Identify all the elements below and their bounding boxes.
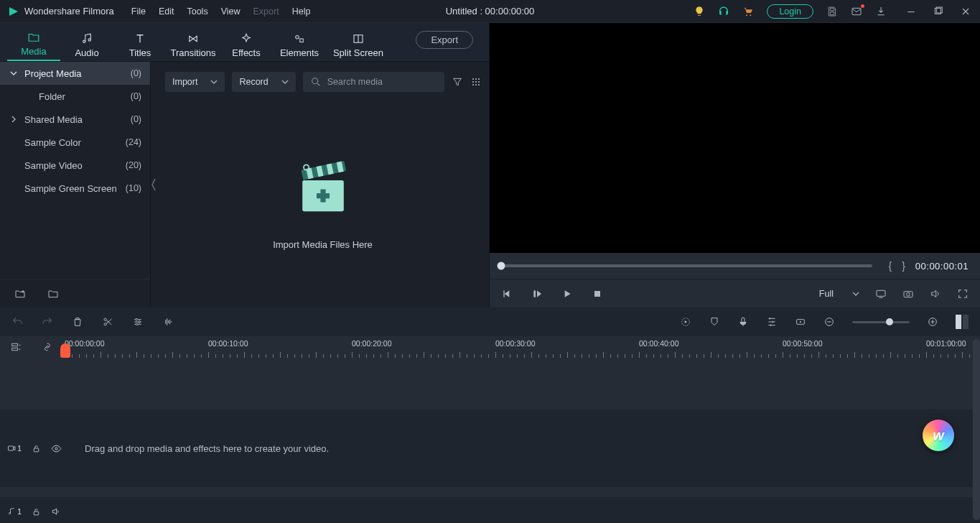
minimize-icon[interactable]	[905, 6, 917, 17]
mixer-icon[interactable]	[766, 316, 778, 328]
grid-view-icon[interactable]	[470, 76, 482, 88]
fullscreen-icon[interactable]	[957, 288, 969, 300]
render-icon[interactable]	[680, 316, 691, 328]
tab-elements[interactable]: Elements	[273, 29, 326, 61]
zoom-slider[interactable]	[852, 321, 910, 323]
eye-icon[interactable]	[51, 443, 62, 454]
audio-wave-icon[interactable]	[162, 316, 174, 328]
link-icon[interactable]	[32, 336, 63, 358]
timeline-toolbar	[0, 307, 980, 336]
maximize-icon[interactable]	[933, 6, 944, 17]
svg-point-13	[312, 78, 317, 84]
preview-timecode: 00:00:00:01	[915, 261, 969, 272]
shapes-icon	[293, 32, 306, 45]
stop-icon[interactable]	[592, 288, 603, 300]
menu-file[interactable]: File	[131, 6, 146, 17]
login-button[interactable]: Login	[767, 4, 813, 19]
snapshot-icon[interactable]	[902, 288, 914, 300]
scrubber-knob[interactable]	[498, 262, 505, 270]
save-icon[interactable]	[826, 6, 838, 17]
tab-transitions[interactable]: Transitions	[167, 29, 220, 61]
filter-icon[interactable]	[452, 76, 463, 88]
delete-icon[interactable]	[72, 316, 83, 328]
display-icon[interactable]	[875, 288, 887, 300]
preview-scrubber[interactable]	[501, 264, 872, 267]
sidebar-folder[interactable]: Folder(0)	[0, 85, 150, 108]
zoom-fit-icon[interactable]	[956, 315, 969, 329]
tab-effects[interactable]: Effects	[220, 29, 273, 61]
playhead[interactable]	[65, 353, 66, 358]
undo-icon[interactable]	[11, 316, 23, 328]
titlebar: Wondershare Filmora File Edit Tools View…	[0, 0, 980, 23]
wondershare-badge[interactable]: w	[923, 420, 954, 451]
sidebar-sample-video[interactable]: Sample Video(20)	[0, 154, 150, 177]
voiceover-icon[interactable]	[737, 316, 749, 328]
record-dropdown[interactable]: Record	[232, 72, 295, 92]
tab-split-screen[interactable]: Split Screen	[326, 29, 391, 61]
timeline-scrollbar[interactable]	[973, 339, 980, 520]
audio-track-row[interactable]: 1	[0, 497, 980, 523]
message-icon[interactable]	[851, 6, 862, 17]
search-input[interactable]: Search media	[303, 72, 444, 92]
search-placeholder: Search media	[327, 77, 383, 87]
keyframe-icon[interactable]	[795, 316, 806, 328]
adjust-icon[interactable]	[132, 316, 144, 328]
zoom-in-icon[interactable]	[927, 316, 938, 328]
open-folder-icon[interactable]	[47, 288, 59, 300]
sidebar-project-media[interactable]: Project Media(0)	[0, 62, 150, 85]
menu-view[interactable]: View	[221, 6, 241, 17]
zoom-knob[interactable]	[886, 318, 893, 325]
menu-edit[interactable]: Edit	[159, 6, 174, 17]
folder-icon	[27, 31, 40, 44]
playhead-cap[interactable]	[60, 343, 70, 358]
timeline-ruler[interactable]: 00:00:00:0000:00:10:0000:00:20:0000:00:3…	[63, 336, 980, 358]
manage-tracks-icon[interactable]	[0, 336, 32, 358]
close-icon[interactable]	[960, 6, 971, 17]
mark-in-icon[interactable]: {	[888, 260, 892, 272]
redo-icon[interactable]	[42, 316, 53, 328]
timeline-drop-hint: Drag and drop media and effects here to …	[63, 409, 980, 487]
tab-audio[interactable]: Audio	[60, 29, 113, 61]
mute-icon[interactable]	[51, 506, 61, 517]
support-icon[interactable]	[718, 6, 729, 17]
video-track-row[interactable]: 1 Drag and drop media and effects here t…	[0, 409, 980, 487]
menu-help[interactable]: Help	[292, 6, 311, 17]
lock-icon[interactable]	[32, 507, 41, 517]
collapse-handle[interactable]	[151, 62, 157, 307]
chevron-down-icon	[852, 290, 859, 297]
zoom-out-icon[interactable]	[823, 316, 835, 328]
sidebar-shared-media[interactable]: Shared Media(0)	[0, 108, 150, 131]
import-dropdown[interactable]: Import	[165, 72, 225, 92]
import-drop-area[interactable]: Import Media Files Here	[157, 96, 489, 307]
media-panel: Import Record Search media	[157, 62, 489, 307]
app-logo-icon	[7, 5, 20, 18]
marker-shield-icon[interactable]	[709, 316, 720, 328]
tab-media[interactable]: Media	[7, 28, 60, 61]
volume-icon[interactable]	[930, 288, 941, 300]
audio-track-icon	[7, 507, 16, 516]
search-icon	[310, 76, 322, 88]
tips-icon[interactable]	[694, 6, 705, 17]
sidebar-sample-green-screen[interactable]: Sample Green Screen(10)	[0, 177, 150, 200]
ruler-label: 00:00:10:00	[208, 339, 248, 348]
lock-icon[interactable]	[32, 444, 41, 453]
menu-tools[interactable]: Tools	[187, 6, 207, 17]
tab-titles[interactable]: Titles	[113, 29, 167, 61]
new-folder-icon[interactable]	[14, 288, 26, 300]
download-icon[interactable]	[875, 6, 887, 17]
split-clip-icon[interactable]	[102, 316, 113, 328]
sidebar-sample-color[interactable]: Sample Color(24)	[0, 131, 150, 154]
svg-rect-34	[877, 290, 885, 296]
play-icon[interactable]	[561, 288, 573, 300]
preview-video[interactable]	[490, 23, 980, 253]
ruler-label: 00:01:00:00	[926, 339, 966, 348]
ruler-label: 00:00:40:00	[639, 339, 678, 348]
play-pause-icon[interactable]	[531, 288, 543, 300]
svg-point-37	[907, 292, 910, 296]
step-back-icon[interactable]	[501, 288, 513, 300]
svg-point-18	[472, 81, 474, 83]
export-button[interactable]: Export	[416, 31, 473, 49]
mark-out-icon[interactable]: }	[902, 260, 905, 272]
preview-quality-dropdown[interactable]: Full	[819, 289, 859, 299]
cart-icon[interactable]	[742, 6, 754, 17]
